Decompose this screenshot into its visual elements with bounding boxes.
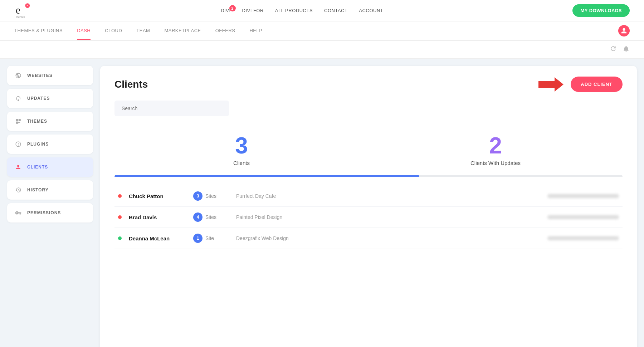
profile-icon[interactable] [618,25,630,36]
sites-badge: 3 Sites [193,191,229,201]
svg-text:e: e [16,4,20,16]
secondary-nav: THEMES & PLUGINS DASH CLOUD TEAM MARKETP… [0,21,644,41]
nav-divi[interactable]: DIVI 2 [221,8,230,13]
sites-label: Sites [205,193,216,199]
sidebar-item-clients[interactable]: CLIENTS [7,157,93,177]
table-row[interactable]: Brad Davis 4 Sites Painted Pixel Design [114,207,623,228]
client-table: Chuck Patton 3 Sites Purrfect Day Cafe B… [114,186,623,249]
tab-team[interactable]: TEAM [136,21,150,40]
table-row[interactable]: Chuck Patton 3 Sites Purrfect Day Cafe [114,186,623,207]
table-row[interactable]: Deanna McLean 1 Site Deezgrafix Web Desi… [114,228,623,249]
history-icon [14,186,22,194]
svg-text:themes: themes [16,15,25,19]
sites-label: Sites [205,214,216,220]
globe-icon [14,72,22,79]
sidebar-item-history[interactable]: HISTORY [7,180,93,200]
stat-updates-number: 2 [372,134,619,157]
stat-updates-label: Clients With Updates [372,160,619,166]
content-area: Clients ADD CLIENT 3 Clients 2 Clients W… [100,66,637,347]
nav-all-products[interactable]: ALL PRODUCTS [275,8,313,13]
status-dot-red [118,215,122,219]
site-count-badge: 1 [193,234,203,243]
top-nav: e * themes DIVI 2 DIVI FOR ALL PRODUCTS … [0,0,644,21]
stats-row: 3 Clients 2 Clients With Updates [114,127,623,170]
sidebar-item-permissions[interactable]: PERMISSIONS [7,203,93,223]
client-name: Chuck Patton [129,193,186,199]
themes-icon [14,117,22,125]
secondary-nav-links: THEMES & PLUGINS DASH CLOUD TEAM MARKETP… [14,21,262,40]
main-layout: WEBSITES UPDATES THEMES PLUGINS CLIENTS [0,59,644,347]
profile-avatar [618,25,630,36]
sidebar-item-updates[interactable]: UPDATES [7,89,93,108]
client-action-blurred [547,236,619,240]
tab-dash[interactable]: DASH [77,21,91,40]
client-action-blurred [547,194,619,198]
progress-bar-fill [114,175,419,177]
nav-account[interactable]: ACCOUNT [359,8,383,13]
client-company: Deezgrafix Web Design [236,235,540,241]
tab-cloud[interactable]: CLOUD [105,21,122,40]
site-count-badge: 3 [193,191,203,201]
sites-badge: 4 Sites [193,212,229,222]
toolbar [0,41,644,59]
sidebar-label-websites: WEBSITES [27,73,53,78]
tab-themes-plugins[interactable]: THEMES & PLUGINS [14,21,63,40]
tab-marketplace[interactable]: MARKETPLACE [164,21,201,40]
sidebar-label-themes: THEMES [27,119,47,124]
stat-clients-label: Clients [118,160,365,166]
add-client-button[interactable]: ADD CLIENT [571,77,623,92]
bell-icon[interactable] [623,45,630,54]
clients-icon [14,163,22,171]
sidebar-item-websites[interactable]: WEBSITES [7,66,93,85]
sidebar-item-plugins[interactable]: PLUGINS [7,135,93,154]
sidebar: WEBSITES UPDATES THEMES PLUGINS CLIENTS [0,59,100,347]
status-dot-green [118,236,122,240]
page-title: Clients [114,79,148,90]
site-count-badge: 4 [193,212,203,222]
my-downloads-button[interactable]: MY DOWNLOADS [572,4,630,17]
client-name: Brad Davis [129,214,186,220]
sidebar-label-updates: UPDATES [27,96,50,101]
tab-offers[interactable]: OFFERS [215,21,235,40]
client-name: Deanna McLean [129,235,186,241]
tab-help[interactable]: HELP [249,21,262,40]
refresh-icon[interactable] [610,45,617,54]
divi-badge: 2 [229,5,236,11]
stat-clients: 3 Clients [114,127,369,170]
sidebar-label-clients: CLIENTS [27,165,48,170]
stat-clients-number: 3 [118,134,365,157]
nav-divi-for[interactable]: DIVI FOR [242,8,264,13]
sidebar-label-history: HISTORY [27,187,49,192]
sites-label: Site [205,235,214,241]
search-input[interactable] [114,101,229,116]
top-nav-links: DIVI 2 DIVI FOR ALL PRODUCTS CONTACT ACC… [221,8,383,13]
content-header: Clients ADD CLIENT [114,77,623,92]
updates-icon [14,94,22,102]
client-company: Painted Pixel Design [236,214,540,220]
sidebar-label-permissions: PERMISSIONS [27,210,61,215]
svg-marker-4 [538,77,564,92]
status-dot-red [118,194,122,198]
progress-bar [114,175,623,177]
header-right: ADD CLIENT [538,77,623,92]
client-company: Purrfect Day Cafe [236,193,540,199]
stat-clients-with-updates: 2 Clients With Updates [369,127,623,170]
sidebar-item-themes[interactable]: THEMES [7,112,93,131]
sidebar-label-plugins: PLUGINS [27,142,49,147]
nav-contact[interactable]: CONTACT [324,8,347,13]
permissions-icon [14,209,22,217]
logo[interactable]: e * themes [14,2,31,19]
arrow-right-icon [538,77,564,92]
sites-badge: 1 Site [193,234,229,243]
client-action-blurred [547,215,619,219]
plugins-icon [14,140,22,148]
